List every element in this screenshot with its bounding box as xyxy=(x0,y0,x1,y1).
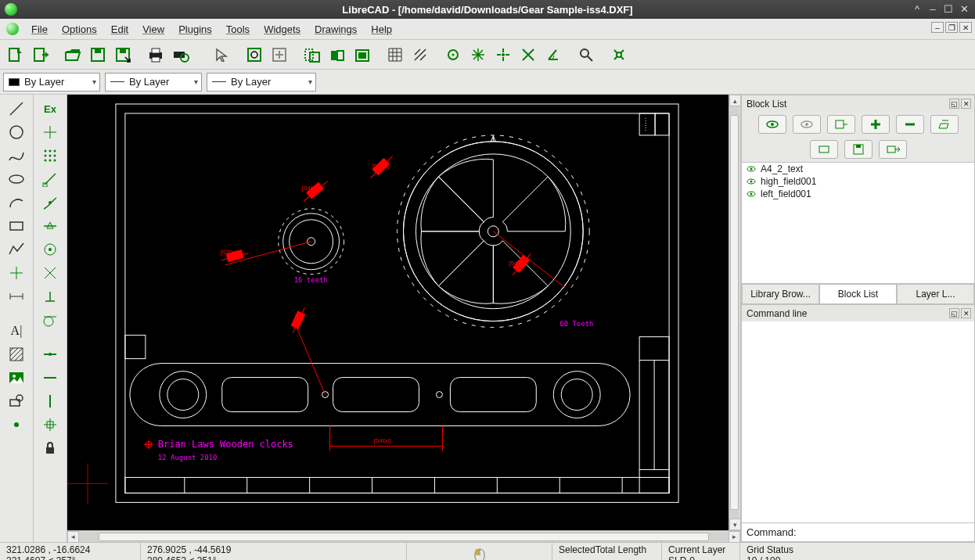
circle-tool[interactable] xyxy=(5,121,28,143)
vertical-scrollbar[interactable]: ▴ ▾ xyxy=(729,95,740,530)
new-from-template-button[interactable] xyxy=(28,43,52,66)
arc-tool[interactable] xyxy=(5,192,28,214)
snap-intersect-button[interactable] xyxy=(516,43,540,66)
block-remove-button[interactable] xyxy=(896,115,924,134)
block-save-button[interactable] xyxy=(844,140,872,159)
menu-help[interactable]: Help xyxy=(365,21,398,38)
snap-dist-button[interactable] xyxy=(574,43,598,66)
command-input[interactable] xyxy=(801,527,970,538)
block-row[interactable]: left_field001 xyxy=(742,188,974,200)
block-add-button[interactable] xyxy=(862,115,890,134)
snap-angle-button[interactable] xyxy=(541,43,565,66)
dimension-tool[interactable] xyxy=(5,285,28,307)
polyline-tool[interactable] xyxy=(5,239,28,260)
window-minimize-icon[interactable]: – xyxy=(926,2,939,15)
drawing-canvas[interactable]: 16 teeth 60 Teeth Brian Laws Wooden cloc… xyxy=(67,95,729,530)
block-hide-all-button[interactable] xyxy=(793,115,821,134)
panel-float-icon[interactable]: ◱ xyxy=(949,308,959,318)
spline-tool[interactable] xyxy=(5,145,28,167)
scroll-up-icon[interactable]: ▴ xyxy=(729,95,741,106)
app-menu-icon[interactable] xyxy=(6,23,19,35)
snap-center-tool[interactable] xyxy=(38,239,62,260)
menu-options[interactable]: Options xyxy=(56,21,103,38)
print-button[interactable] xyxy=(144,43,167,66)
snap-ex-button[interactable]: Ex xyxy=(38,98,62,120)
snap-endpoint-button[interactable] xyxy=(466,43,490,66)
zoom-window-button[interactable] xyxy=(243,43,266,66)
draft-mode-button[interactable] xyxy=(408,43,432,66)
block-edit-button[interactable] xyxy=(810,140,838,159)
line-tool[interactable] xyxy=(5,98,28,120)
snap-grid-button[interactable] xyxy=(38,145,62,167)
snap-free-button[interactable] xyxy=(38,121,62,143)
relative-zero-button[interactable] xyxy=(607,43,631,66)
more-tool[interactable] xyxy=(5,414,28,436)
rect-tool[interactable] xyxy=(5,215,28,237)
scroll-right-icon[interactable]: ▸ xyxy=(729,531,740,543)
snap-on-button[interactable] xyxy=(38,192,62,214)
snap-perp-button[interactable] xyxy=(38,285,62,307)
save-as-button[interactable] xyxy=(111,43,135,66)
menu-edit[interactable]: Edit xyxy=(105,21,135,38)
snap-free-button[interactable] xyxy=(441,43,465,66)
snap-int-button[interactable] xyxy=(38,262,62,284)
zoom-selected-button[interactable] xyxy=(351,43,374,66)
image-tool[interactable] xyxy=(5,367,28,389)
menu-plugins[interactable]: Plugins xyxy=(172,21,218,38)
lock-zero-tool[interactable] xyxy=(38,437,62,459)
block-row[interactable]: high_field001 xyxy=(742,175,974,188)
print-preview-button[interactable] xyxy=(169,43,192,66)
panel-close-icon[interactable]: ✕ xyxy=(961,308,971,318)
snap-center-button[interactable] xyxy=(491,43,515,66)
menu-widgets[interactable]: Widgets xyxy=(257,21,307,38)
text-tool[interactable]: A| xyxy=(5,320,28,342)
block-insert-button[interactable] xyxy=(879,140,907,159)
window-maximize-icon[interactable]: ☐ xyxy=(942,2,955,15)
lineweight-combo[interactable]: By Layer ▾ xyxy=(105,73,202,92)
zoom-prev-button[interactable] xyxy=(300,43,324,66)
linetype-combo[interactable]: By Layer ▾ xyxy=(207,73,316,92)
mdi-restore-icon[interactable]: ❐ xyxy=(945,22,958,33)
scroll-down-icon[interactable]: ▾ xyxy=(729,519,741,530)
window-up-icon[interactable]: ^ xyxy=(911,2,923,15)
save-button[interactable] xyxy=(86,43,110,66)
snap-end-button[interactable] xyxy=(38,168,62,190)
tab-block-list[interactable]: Block List xyxy=(819,284,897,303)
grid-button[interactable] xyxy=(383,43,407,66)
zoom-pan-button[interactable] xyxy=(268,43,291,66)
tab-layer-list[interactable]: Layer L... xyxy=(897,284,974,303)
hatch-tool[interactable] xyxy=(5,343,28,365)
block-rename-button[interactable] xyxy=(930,115,959,134)
relative-zero-tool[interactable] xyxy=(38,414,62,436)
horizontal-scrollbar[interactable]: ◂ ▸ xyxy=(67,530,740,542)
zoom-extents-button[interactable] xyxy=(326,43,349,66)
point-tool[interactable] xyxy=(5,262,28,284)
cursor-button[interactable] xyxy=(210,43,233,66)
block-row[interactable]: A4_2_text xyxy=(742,163,974,175)
panel-float-icon[interactable]: ◱ xyxy=(949,99,959,109)
restrict-h-button[interactable] xyxy=(38,367,62,389)
restrict-v-button[interactable] xyxy=(38,390,62,412)
block-tool[interactable] xyxy=(5,390,28,412)
mdi-close-icon[interactable]: ✕ xyxy=(959,22,972,33)
snap-mid-button[interactable] xyxy=(38,215,62,237)
restrict-none-button[interactable] xyxy=(38,343,62,365)
open-button[interactable] xyxy=(61,43,85,66)
color-combo[interactable]: By Layer ▾ xyxy=(3,73,100,92)
command-history[interactable] xyxy=(742,321,974,522)
block-create-button[interactable] xyxy=(827,115,855,134)
panel-close-icon[interactable]: ✕ xyxy=(961,99,971,109)
mdi-minimize-icon[interactable]: – xyxy=(931,22,944,33)
menu-view[interactable]: View xyxy=(136,21,171,38)
ellipse-tool[interactable] xyxy=(5,168,28,190)
block-show-all-button[interactable] xyxy=(758,115,786,134)
menu-tools[interactable]: Tools xyxy=(220,21,256,38)
snap-tan-button[interactable] xyxy=(38,309,62,331)
new-button[interactable] xyxy=(3,43,27,66)
menu-drawings[interactable]: Drawings xyxy=(308,21,363,38)
window-close-icon[interactable]: ✕ xyxy=(958,2,970,15)
menu-file[interactable]: File xyxy=(25,21,54,38)
scroll-left-icon[interactable]: ◂ xyxy=(67,531,79,543)
block-list[interactable]: A4_2_text high_field001 left_field001 xyxy=(742,162,974,283)
tab-library[interactable]: Library Brow... xyxy=(742,284,819,303)
